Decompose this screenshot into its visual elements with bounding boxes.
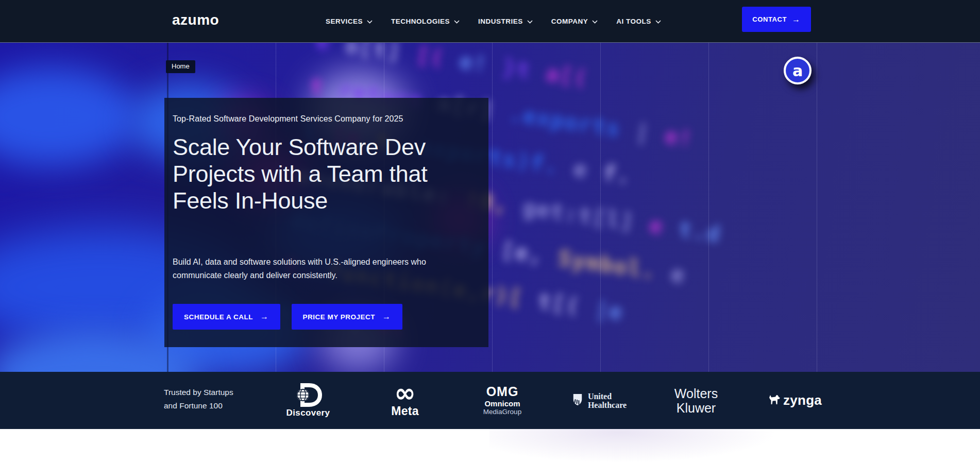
chevron-down-icon [655,18,661,25]
nav-item-label: SERVICES [326,18,363,25]
discovery-wordmark: Discovery [286,408,330,418]
meta-infinity-icon: ∞ [394,383,416,403]
shield-icon [572,393,583,408]
chevron-down-icon [592,18,598,25]
chevron-down-icon [367,18,373,25]
meta-logo: ∞ Meta [374,372,436,429]
healthcare-text: Healthcare [588,401,627,409]
contact-label: CONTACT [752,15,787,23]
omnicom-media-group-logo: OMG Omnicom MediaGroup [471,372,533,429]
united-healthcare-logo: United Healthcare [558,372,640,429]
contact-button[interactable]: CONTACT → [742,7,811,32]
chevron-down-icon [454,18,460,25]
arrow-right-icon: → [382,313,391,321]
omnicom-text: Omnicom [484,399,520,408]
grid-line [708,42,709,372]
grid-line [492,42,493,372]
trusted-text: Trusted by Startups and Fortune 100 [164,386,233,413]
zynga-wordmark: zynga [783,392,822,408]
wolters-kluwer-logo: Wolters Kluwer [665,372,727,429]
nav-item-label: AI TOOLS [616,18,651,25]
cta-label: PRICE MY PROJECT [303,313,376,321]
wolters-text: Wolters [674,386,718,401]
trusted-logos-bar: Trusted by Startups and Fortune 100 [0,372,980,429]
main-nav: SERVICES TECHNOLOGIES INDUSTRIES COMPANY… [326,0,661,42]
nav-item-label: INDUSTRIES [478,18,523,25]
united-text: United [588,392,627,401]
cta-row: SCHEDULE A CALL → PRICE MY PROJECT → [173,304,468,330]
discovery-logo: Discovery [277,372,339,429]
bg-blob [0,68,139,166]
azumo-badge-icon: a [784,57,812,84]
trusted-line: Trusted by Startups [164,386,233,399]
nav-item-ai-tools[interactable]: AI TOOLS [616,18,661,25]
nav-item-label: TECHNOLOGIES [391,18,450,25]
hero-description: Build AI, data and software solutions wi… [173,255,438,282]
hero-content-panel: Top-Rated Software Development Services … [164,98,488,347]
footer-gradient-decoration [489,429,778,463]
meta-wordmark: Meta [391,404,419,418]
navbar: azumo SERVICES TECHNOLOGIES INDUSTRIES C… [0,0,980,43]
nav-item-industries[interactable]: INDUSTRIES [478,18,533,25]
grid-line [817,42,817,372]
nav-item-technologies[interactable]: TECHNOLOGIES [391,18,460,25]
arrow-right-icon: → [792,15,801,24]
hero-section: eo[t][(e!}ta[(treturnn[r].exports|e!l[et… [0,42,980,372]
page: azumo SERVICES TECHNOLOGIES INDUSTRIES C… [0,0,980,463]
chevron-down-icon [527,18,533,25]
trusted-line: and Fortune 100 [164,399,233,413]
kluwer-text: Kluwer [677,401,716,415]
heading-line: Feels In-House [173,187,468,214]
nav-item-label: COMPANY [551,18,588,25]
hero-eyebrow: Top-Rated Software Development Services … [173,114,468,124]
omg-wordmark: OMG [486,385,519,398]
zynga-dog-icon [768,394,781,407]
grid-line [600,42,601,372]
footer-whitespace [0,429,980,463]
hero-heading: Scale Your Software Dev Projects with a … [173,134,468,214]
azumo-logo[interactable]: azumo [172,12,219,28]
cta-label: SCHEDULE A CALL [184,313,253,321]
nav-item-services[interactable]: SERVICES [326,18,373,25]
zynga-logo: zynga [762,372,829,429]
nav-item-company[interactable]: COMPANY [551,18,598,25]
breadcrumb-home[interactable]: Home [166,60,195,73]
heading-line: Projects with a Team that [173,161,468,187]
heading-line: Scale Your Software Dev [173,134,468,161]
arrow-right-icon: → [260,313,269,321]
price-project-button[interactable]: PRICE MY PROJECT → [292,304,402,330]
discovery-d-globe-icon [294,383,322,407]
schedule-call-button[interactable]: SCHEDULE A CALL → [173,304,280,330]
mediagroup-text: MediaGroup [483,408,521,416]
